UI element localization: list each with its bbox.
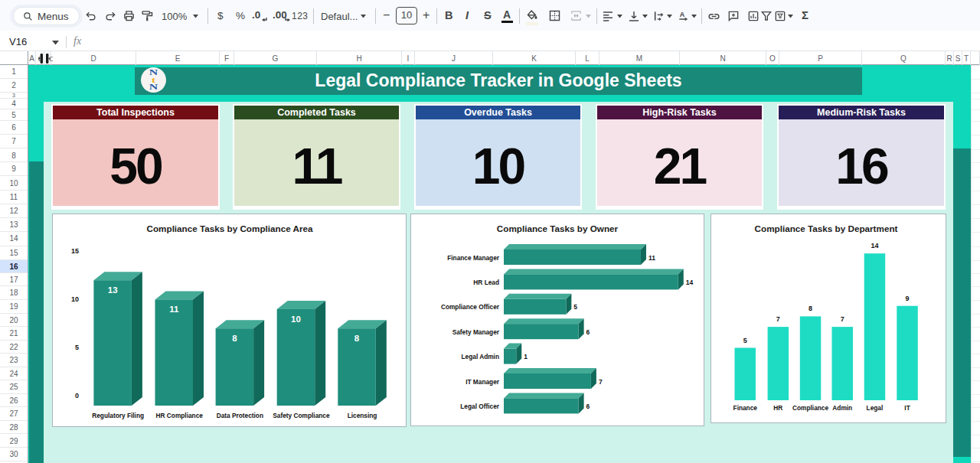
svg-text:14: 14: [686, 279, 694, 286]
svg-text:11: 11: [648, 254, 655, 262]
svg-text:Safety Compliance: Safety Compliance: [273, 412, 330, 419]
svg-text:15: 15: [71, 247, 79, 255]
svg-text:11: 11: [169, 305, 179, 314]
svg-text:Finance: Finance: [733, 404, 758, 412]
svg-text:A: A: [680, 11, 685, 18]
svg-text:Data Protection: Data Protection: [217, 412, 263, 419]
svg-text:7: 7: [841, 315, 844, 323]
svg-text:6: 6: [586, 328, 590, 336]
svg-text:Legal Admin: Legal Admin: [462, 353, 499, 360]
svg-text:8: 8: [808, 305, 812, 312]
svg-text:Legal: Legal: [867, 404, 884, 412]
svg-text:13: 13: [108, 285, 118, 295]
svg-text:Compliance Tasks by Owner: Compliance Tasks by Owner: [497, 223, 619, 233]
svg-text:Admin: Admin: [832, 404, 852, 412]
svg-text:7: 7: [776, 315, 780, 323]
svg-text:10: 10: [291, 315, 301, 324]
svg-text:9: 9: [906, 295, 910, 302]
svg-text:HR: HR: [773, 404, 782, 412]
svg-text:8: 8: [354, 334, 360, 343]
svg-text:Regulatory Filing: Regulatory Filing: [92, 412, 144, 419]
svg-text:14: 14: [871, 242, 878, 249]
svg-text:5: 5: [573, 303, 577, 311]
svg-text:Safety Manager: Safety Manager: [452, 328, 500, 336]
svg-text:HR Compliance: HR Compliance: [156, 412, 204, 419]
svg-text:Compliance Officer: Compliance Officer: [441, 303, 500, 311]
svg-text:IT: IT: [904, 404, 910, 412]
svg-text:10: 10: [71, 295, 79, 303]
svg-text:Compliance Tasks by Compliance: Compliance Tasks by Compliance Area: [147, 223, 313, 233]
svg-text:C: C: [49, 55, 53, 63]
svg-text:Finance Manager: Finance Manager: [447, 254, 500, 262]
svg-text:8: 8: [232, 334, 237, 343]
svg-text:1: 1: [524, 353, 528, 360]
svg-text:Legal Officer: Legal Officer: [460, 403, 499, 410]
svg-text:0: 0: [75, 392, 79, 399]
svg-text:N: N: [149, 83, 158, 92]
svg-text:6: 6: [586, 403, 590, 410]
svg-text:5: 5: [75, 344, 79, 351]
svg-text:5: 5: [743, 337, 747, 344]
svg-text:Compliance: Compliance: [792, 404, 828, 412]
svg-text:IT Manager: IT Manager: [466, 378, 500, 386]
svg-text:Licensing: Licensing: [348, 412, 377, 419]
svg-text:Compliance Tasks by Department: Compliance Tasks by Department: [755, 223, 898, 233]
svg-text:7: 7: [599, 378, 603, 386]
svg-text:HR Lead: HR Lead: [473, 279, 499, 286]
